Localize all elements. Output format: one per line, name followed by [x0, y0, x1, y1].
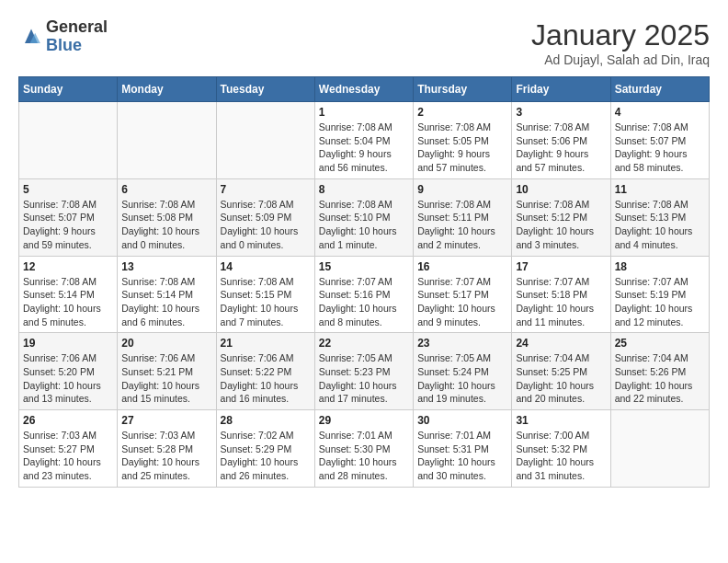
calendar-cell: 26Sunrise: 7:03 AM Sunset: 5:27 PM Dayli…	[19, 410, 118, 488]
day-info: Sunrise: 7:08 AM Sunset: 5:15 PM Dayligh…	[221, 275, 311, 329]
day-info: Sunrise: 7:04 AM Sunset: 5:26 PM Dayligh…	[615, 351, 705, 406]
day-info: Sunrise: 7:00 AM Sunset: 5:32 PM Dayligh…	[516, 429, 606, 483]
weekday-thursday: Thursday	[414, 77, 512, 102]
day-number: 14	[221, 260, 311, 273]
day-info: Sunrise: 7:08 AM Sunset: 5:11 PM Dayligh…	[417, 198, 507, 252]
week-row-3: 12Sunrise: 7:08 AM Sunset: 5:14 PM Dayli…	[19, 256, 710, 333]
day-number: 2	[417, 106, 507, 119]
day-info: Sunrise: 7:08 AM Sunset: 5:04 PM Dayligh…	[319, 121, 409, 175]
day-info: Sunrise: 7:08 AM Sunset: 5:12 PM Dayligh…	[516, 198, 606, 252]
day-info: Sunrise: 7:08 AM Sunset: 5:07 PM Dayligh…	[615, 121, 705, 175]
day-info: Sunrise: 7:03 AM Sunset: 5:27 PM Dayligh…	[23, 429, 113, 483]
calendar-cell: 10Sunrise: 7:08 AM Sunset: 5:12 PM Dayli…	[512, 178, 610, 256]
page-header: General Blue January 2025 Ad Dujayl, Sal…	[18, 18, 710, 67]
calendar-cell: 28Sunrise: 7:02 AM Sunset: 5:29 PM Dayli…	[216, 410, 314, 488]
day-number: 3	[516, 106, 606, 119]
calendar-cell	[19, 102, 118, 179]
day-number: 29	[319, 414, 409, 427]
calendar-cell: 2Sunrise: 7:08 AM Sunset: 5:05 PM Daylig…	[414, 102, 512, 179]
calendar-cell: 12Sunrise: 7:08 AM Sunset: 5:14 PM Dayli…	[19, 256, 118, 333]
calendar-cell: 3Sunrise: 7:08 AM Sunset: 5:06 PM Daylig…	[512, 102, 610, 179]
day-info: Sunrise: 7:07 AM Sunset: 5:18 PM Dayligh…	[516, 275, 606, 329]
day-number: 7	[221, 183, 311, 196]
day-number: 4	[615, 106, 705, 119]
weekday-monday: Monday	[118, 77, 216, 102]
calendar-cell: 4Sunrise: 7:08 AM Sunset: 5:07 PM Daylig…	[610, 102, 709, 179]
week-row-5: 26Sunrise: 7:03 AM Sunset: 5:27 PM Dayli…	[19, 410, 710, 488]
calendar-cell: 8Sunrise: 7:08 AM Sunset: 5:10 PM Daylig…	[314, 178, 413, 256]
day-number: 5	[23, 183, 113, 196]
calendar-cell: 1Sunrise: 7:08 AM Sunset: 5:04 PM Daylig…	[314, 102, 413, 179]
day-number: 15	[319, 260, 409, 273]
weekday-saturday: Saturday	[610, 77, 709, 102]
day-number: 25	[615, 337, 705, 350]
calendar-cell: 29Sunrise: 7:01 AM Sunset: 5:30 PM Dayli…	[314, 410, 413, 488]
day-info: Sunrise: 7:05 AM Sunset: 5:23 PM Dayligh…	[319, 351, 409, 406]
day-info: Sunrise: 7:08 AM Sunset: 5:09 PM Dayligh…	[221, 198, 311, 252]
day-number: 21	[221, 337, 311, 350]
logo-icon	[18, 24, 44, 50]
day-info: Sunrise: 7:08 AM Sunset: 5:06 PM Dayligh…	[516, 121, 606, 175]
calendar-cell: 14Sunrise: 7:08 AM Sunset: 5:15 PM Dayli…	[216, 256, 314, 333]
calendar-cell: 15Sunrise: 7:07 AM Sunset: 5:16 PM Dayli…	[314, 256, 413, 333]
calendar-body: 1Sunrise: 7:08 AM Sunset: 5:04 PM Daylig…	[19, 102, 710, 488]
calendar-cell: 27Sunrise: 7:03 AM Sunset: 5:28 PM Dayli…	[118, 410, 216, 488]
day-info: Sunrise: 7:02 AM Sunset: 5:29 PM Dayligh…	[221, 429, 311, 483]
day-info: Sunrise: 7:07 AM Sunset: 5:17 PM Dayligh…	[417, 275, 507, 329]
logo-blue: Blue	[46, 37, 108, 55]
calendar-cell: 17Sunrise: 7:07 AM Sunset: 5:18 PM Dayli…	[512, 256, 610, 333]
calendar-cell: 23Sunrise: 7:05 AM Sunset: 5:24 PM Dayli…	[414, 333, 512, 410]
calendar-cell: 13Sunrise: 7:08 AM Sunset: 5:14 PM Dayli…	[118, 256, 216, 333]
calendar-cell: 11Sunrise: 7:08 AM Sunset: 5:13 PM Dayli…	[610, 178, 709, 256]
calendar-cell: 19Sunrise: 7:06 AM Sunset: 5:20 PM Dayli…	[19, 333, 118, 410]
day-info: Sunrise: 7:08 AM Sunset: 5:14 PM Dayligh…	[121, 275, 211, 329]
day-number: 26	[23, 414, 113, 427]
weekday-sunday: Sunday	[19, 77, 118, 102]
day-number: 19	[23, 337, 113, 350]
day-number: 23	[417, 337, 507, 350]
day-number: 11	[615, 183, 705, 196]
calendar-cell: 21Sunrise: 7:06 AM Sunset: 5:22 PM Dayli…	[216, 333, 314, 410]
day-info: Sunrise: 7:08 AM Sunset: 5:08 PM Dayligh…	[121, 198, 211, 252]
calendar-title: January 2025	[531, 18, 710, 52]
day-info: Sunrise: 7:01 AM Sunset: 5:30 PM Dayligh…	[319, 429, 409, 483]
calendar-cell	[216, 102, 314, 179]
weekday-tuesday: Tuesday	[216, 77, 314, 102]
calendar-cell: 6Sunrise: 7:08 AM Sunset: 5:08 PM Daylig…	[118, 178, 216, 256]
day-number: 16	[417, 260, 507, 273]
calendar-cell	[610, 410, 709, 488]
day-info: Sunrise: 7:05 AM Sunset: 5:24 PM Dayligh…	[417, 351, 507, 406]
day-number: 22	[319, 337, 409, 350]
calendar-cell: 22Sunrise: 7:05 AM Sunset: 5:23 PM Dayli…	[314, 333, 413, 410]
day-number: 6	[121, 183, 211, 196]
day-info: Sunrise: 7:08 AM Sunset: 5:13 PM Dayligh…	[615, 198, 705, 252]
calendar-cell: 7Sunrise: 7:08 AM Sunset: 5:09 PM Daylig…	[216, 178, 314, 256]
calendar-cell: 20Sunrise: 7:06 AM Sunset: 5:21 PM Dayli…	[118, 333, 216, 410]
day-number: 8	[319, 183, 409, 196]
calendar-cell	[118, 102, 216, 179]
day-info: Sunrise: 7:08 AM Sunset: 5:07 PM Dayligh…	[23, 198, 113, 252]
day-number: 1	[319, 106, 409, 119]
day-number: 13	[121, 260, 211, 273]
day-number: 10	[516, 183, 606, 196]
day-info: Sunrise: 7:06 AM Sunset: 5:20 PM Dayligh…	[23, 351, 113, 406]
calendar-cell: 30Sunrise: 7:01 AM Sunset: 5:31 PM Dayli…	[414, 410, 512, 488]
day-info: Sunrise: 7:06 AM Sunset: 5:22 PM Dayligh…	[221, 351, 311, 406]
day-number: 17	[516, 260, 606, 273]
day-info: Sunrise: 7:01 AM Sunset: 5:31 PM Dayligh…	[417, 429, 507, 483]
logo: General Blue	[18, 18, 108, 55]
calendar-cell: 31Sunrise: 7:00 AM Sunset: 5:32 PM Dayli…	[512, 410, 610, 488]
logo-text: General Blue	[46, 18, 108, 55]
calendar-cell: 24Sunrise: 7:04 AM Sunset: 5:25 PM Dayli…	[512, 333, 610, 410]
day-number: 12	[23, 260, 113, 273]
week-row-2: 5Sunrise: 7:08 AM Sunset: 5:07 PM Daylig…	[19, 178, 710, 256]
day-info: Sunrise: 7:08 AM Sunset: 5:14 PM Dayligh…	[23, 275, 113, 329]
calendar-cell: 9Sunrise: 7:08 AM Sunset: 5:11 PM Daylig…	[414, 178, 512, 256]
day-number: 20	[121, 337, 211, 350]
day-info: Sunrise: 7:04 AM Sunset: 5:25 PM Dayligh…	[516, 351, 606, 406]
day-info: Sunrise: 7:08 AM Sunset: 5:05 PM Dayligh…	[417, 121, 507, 175]
weekday-wednesday: Wednesday	[314, 77, 413, 102]
day-number: 18	[615, 260, 705, 273]
day-info: Sunrise: 7:03 AM Sunset: 5:28 PM Dayligh…	[121, 429, 211, 483]
day-number: 9	[417, 183, 507, 196]
